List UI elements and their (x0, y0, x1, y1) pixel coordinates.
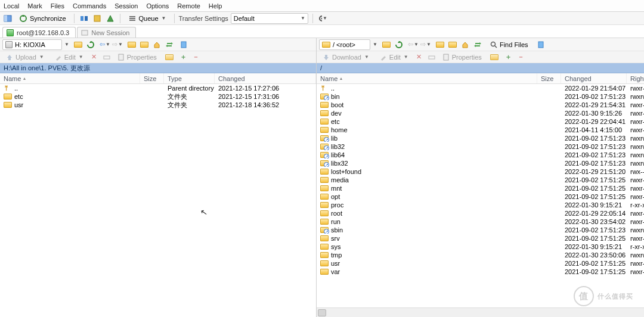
back-icon[interactable]: ⇦▼ (408, 39, 419, 50)
table-row[interactable]: lib642021-09-02 17:51:23rwxrw (317, 151, 644, 159)
col-size[interactable]: Size (537, 73, 561, 83)
open-folder-icon[interactable] (381, 39, 392, 50)
properties-button[interactable]: Properties (114, 52, 160, 63)
edit-button[interactable]: Edit▼ (51, 52, 87, 63)
chevron-down-icon[interactable]: ▼ (64, 42, 69, 47)
new-folder-icon[interactable] (489, 52, 500, 63)
local-drive-combo[interactable]: H: KIOXIA (2, 39, 62, 50)
table-row[interactable]: proc2022-01-30 9:15:21r-xr-x (317, 201, 644, 209)
upload-button[interactable]: Upload▼ (2, 52, 48, 63)
col-rights[interactable]: Rights (627, 73, 644, 83)
delete-icon[interactable]: ✕ (414, 52, 425, 63)
local-breadcrumb[interactable]: H:\All in one\1. PVE\5. 更改源 (0, 63, 316, 73)
download-button[interactable]: Download▼ (319, 52, 373, 63)
synchronize-button[interactable]: Synchronize (16, 13, 70, 24)
new-folder-icon[interactable] (164, 52, 175, 63)
menu-files[interactable]: Files (51, 2, 64, 10)
table-row[interactable]: usr文件夹2021-12-18 14:36:52 (0, 101, 316, 109)
delete-icon[interactable]: ✕ (89, 52, 100, 63)
sync-browse-icon[interactable] (472, 39, 483, 50)
bookmark-icon[interactable] (178, 39, 189, 50)
table-row[interactable]: tmp2022-01-30 23:50:06rwxrw (317, 251, 644, 259)
table-row[interactable]: sbin2021-09-02 17:51:23rwxrw (317, 226, 644, 234)
minus-icon[interactable]: － (516, 52, 527, 63)
remote-file-list[interactable]: ⤒..2022-01-29 21:54:07rwxr-xbin2021-09-0… (317, 84, 644, 307)
plus-icon[interactable]: ＋ (503, 52, 514, 63)
menu-mark[interactable]: Mark (27, 2, 42, 10)
menu-commands[interactable]: Commands (73, 2, 106, 10)
chevron-down-icon[interactable]: ▼ (373, 42, 377, 47)
forward-icon[interactable]: ⇨▼ (112, 39, 123, 50)
horizontal-scrollbar[interactable] (317, 307, 644, 317)
table-row[interactable]: home2021-04-11 4:15:00rwxr-x (317, 126, 644, 134)
table-row[interactable]: media2021-09-02 17:51:25rwxr-x (317, 176, 644, 184)
col-changed[interactable]: Changed (561, 73, 627, 83)
edit-button[interactable]: Edit▼ (376, 52, 412, 63)
table-row[interactable]: mnt2021-09-02 17:51:25rwxr-x (317, 184, 644, 192)
sync-browse-icon[interactable] (164, 39, 175, 50)
col-size[interactable]: Size (140, 73, 164, 83)
parent-icon[interactable] (435, 39, 445, 50)
open-folder-icon[interactable] (73, 39, 83, 50)
rename-icon[interactable] (426, 52, 437, 63)
table-row[interactable]: usr2021-09-02 17:51:25rwxr-x (317, 259, 644, 268)
table-row[interactable]: run2022-01-30 23:54:02rwxr-x (317, 217, 644, 226)
local-file-list[interactable]: ⤒..Parent directory2021-12-15 17:27:06et… (0, 84, 316, 317)
menu-help[interactable]: Help (209, 2, 222, 10)
refresh-icon[interactable] (394, 39, 404, 50)
minus-icon[interactable]: － (191, 52, 202, 63)
plus-icon[interactable]: ＋ (178, 52, 189, 63)
menu-session[interactable]: Session (114, 2, 138, 10)
refresh-icon[interactable] (85, 39, 96, 50)
col-changed[interactable]: Changed (215, 73, 316, 83)
table-row[interactable]: boot2022-01-29 21:54:31rwxr-x (317, 101, 644, 109)
table-row[interactable]: ⤒..Parent directory2021-12-15 17:27:06 (0, 84, 316, 92)
find-files-button[interactable]: Find Files (487, 39, 532, 50)
home-icon[interactable] (460, 39, 470, 50)
back-icon[interactable]: ⇦▼ (100, 39, 110, 50)
root-icon[interactable] (139, 39, 150, 50)
transfer-settings-combo[interactable]: Default ▼ (231, 13, 308, 24)
queue-button[interactable]: Queue ▼ (125, 13, 170, 24)
settings-icon[interactable]: ▼ (317, 13, 328, 24)
svg-rect-3 (80, 16, 83, 21)
compare-icon[interactable] (79, 13, 89, 24)
table-row[interactable]: ⤒..2022-01-29 21:54:07rwxr-x (317, 84, 644, 92)
menu-remote[interactable]: Remote (177, 2, 200, 10)
menu-options[interactable]: Options (146, 2, 169, 10)
svg-rect-4 (85, 16, 88, 21)
new-session-tab[interactable]: New Session (77, 27, 136, 38)
table-row[interactable]: lost+found2022-01-29 21:51:20rwx-- (317, 167, 644, 176)
col-name[interactable]: Name▴ (0, 73, 140, 83)
table-row[interactable]: etc文件夹2021-12-15 17:31:06 (0, 92, 316, 101)
table-row[interactable]: etc2022-01-29 22:04:41rwxr-x (317, 117, 644, 126)
remote-breadcrumb[interactable]: / (317, 63, 644, 73)
properties-label: Properties (452, 54, 482, 61)
properties-button[interactable]: Properties (439, 52, 485, 63)
remote-drive-combo[interactable]: / <root> (319, 39, 370, 50)
address-book-icon[interactable] (2, 13, 13, 24)
home-icon[interactable] (151, 39, 162, 50)
session-tab-active[interactable]: root@192.168.0.3 (2, 27, 76, 38)
table-row[interactable]: libx322021-09-02 17:51:23rwxrw (317, 159, 644, 167)
table-row[interactable]: bin2021-09-02 17:51:23rwxrw (317, 92, 644, 101)
table-row[interactable]: var2021-09-02 17:51:25rwxr-x (317, 268, 644, 276)
col-type[interactable]: Type (164, 73, 215, 83)
root-icon[interactable] (447, 39, 458, 50)
table-row[interactable]: root2022-01-29 22:05:14rwxr-x (317, 209, 644, 217)
scrollbar-thumb[interactable] (318, 309, 326, 316)
table-row[interactable]: sys2022-01-30 9:15:21r-xr-x (317, 243, 644, 251)
rename-icon[interactable] (101, 52, 112, 63)
table-row[interactable]: lib322021-09-02 17:51:23rwxrw (317, 142, 644, 151)
table-row[interactable]: opt2021-09-02 17:51:25rwxr-x (317, 192, 644, 201)
parent-icon[interactable] (126, 39, 137, 50)
table-row[interactable]: srv2021-09-02 17:51:25rwxr-x (317, 234, 644, 243)
table-row[interactable]: lib2021-09-02 17:51:23rwxrw (317, 134, 644, 142)
sync-panels-icon[interactable] (92, 13, 103, 24)
menu-local[interactable]: Local (4, 2, 19, 10)
keep-remote-icon[interactable] (105, 13, 116, 24)
forward-icon[interactable]: ⇨▼ (420, 39, 431, 50)
col-name[interactable]: Name▴ (317, 73, 537, 83)
table-row[interactable]: dev2022-01-30 9:15:26rwxr-x (317, 109, 644, 117)
bookmark-icon[interactable] (535, 39, 546, 50)
